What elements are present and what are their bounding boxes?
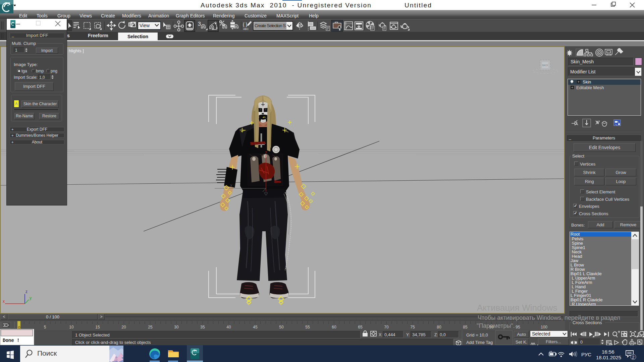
svg-text:20: 20 — [121, 325, 126, 329]
svg-text:80: 80 — [437, 325, 441, 329]
svg-text:65: 65 — [358, 325, 363, 329]
svg-text:75: 75 — [410, 325, 415, 329]
svg-text:РУС: РУС — [581, 352, 591, 357]
svg-text:16:56: 16:56 — [602, 349, 614, 355]
svg-text:x: x — [3, 299, 5, 304]
svg-text:85: 85 — [463, 325, 468, 329]
svg-text:{ }: { } — [243, 22, 248, 27]
svg-text:50: 50 — [279, 325, 284, 329]
svg-text:35: 35 — [200, 325, 205, 329]
svg-text:Z: Z — [265, 151, 267, 155]
svg-text:X: X — [230, 184, 232, 188]
svg-text:Create Selection S: Create Selection S — [255, 23, 286, 28]
svg-text:40: 40 — [226, 325, 231, 329]
svg-text:100: 100 — [541, 325, 547, 329]
svg-text:30: 30 — [174, 325, 179, 329]
svg-text:z: z — [25, 289, 28, 294]
svg-text:5: 5 — [44, 325, 46, 329]
svg-text:BACK: BACK — [542, 64, 548, 66]
svg-text:15: 15 — [95, 325, 100, 329]
svg-text:View: View — [140, 23, 150, 28]
svg-text:ABC: ABC — [243, 27, 249, 31]
svg-text:2: 2 — [632, 355, 634, 360]
svg-text:y: y — [30, 296, 32, 300]
svg-text:55: 55 — [305, 325, 310, 329]
svg-text:45: 45 — [253, 325, 258, 329]
svg-text:3: 3 — [198, 21, 201, 27]
svg-text:18.01.2025: 18.01.2025 — [596, 355, 621, 360]
svg-text:95: 95 — [516, 325, 520, 329]
svg-text:70: 70 — [384, 325, 389, 329]
svg-text:Поиск: Поиск — [37, 349, 57, 357]
svg-text:60: 60 — [332, 325, 336, 329]
svg-text:10: 10 — [69, 325, 74, 329]
svg-text:25: 25 — [148, 325, 153, 329]
